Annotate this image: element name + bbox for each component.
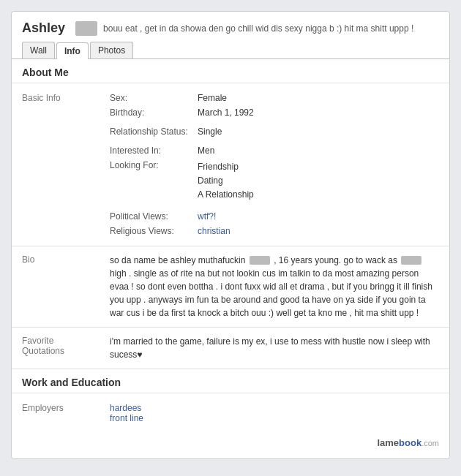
sex-label: Sex: xyxy=(110,93,198,103)
tab-info[interactable]: Info xyxy=(56,42,89,59)
bio-text-part3: high . single as of rite na but not look… xyxy=(110,268,432,318)
profile-tabs: Wall Info Photos xyxy=(12,42,449,59)
footer-lame: lame xyxy=(377,437,399,448)
political-views-label: Political Views: xyxy=(110,211,198,222)
quotes-section: FavoriteQuotations i'm married to the ga… xyxy=(12,328,449,369)
bio-redacted-1 xyxy=(250,256,270,265)
looking-for-values: Friendship Dating A Relationship xyxy=(198,160,439,203)
basic-info-label: Basic Info xyxy=(22,93,110,103)
political-views-value: wtf?! xyxy=(198,211,439,222)
employer-details: hardees front line xyxy=(110,403,439,423)
looking-for-label: Looking For: xyxy=(110,160,198,203)
relationship-status-value: Single xyxy=(198,126,439,137)
info-row-relationship-status: Relationship Status: Single xyxy=(22,124,439,139)
religious-views-value: christian xyxy=(198,226,439,236)
looking-for-value-1: Friendship xyxy=(198,160,439,174)
info-row-religious-views: Religious Views: christian xyxy=(22,224,439,238)
avatar xyxy=(75,21,97,36)
work-row-employers: Employers hardees front line xyxy=(22,401,439,426)
basic-info-section: Basic Info Sex: Female Birthday: March 1… xyxy=(12,83,449,246)
profile-header: Ashley bouu eat , get in da showa den go… xyxy=(12,12,449,42)
footer: lamebook.com xyxy=(12,433,449,451)
bio-text-part2: , 16 years young. go to wack as xyxy=(274,255,397,265)
info-row-birthday: Birthday: March 1, 1992 xyxy=(22,105,439,120)
tab-photos[interactable]: Photos xyxy=(90,42,133,58)
relationship-status-label: Relationship Status: xyxy=(110,126,198,137)
info-row-political-views: Political Views: wtf?! xyxy=(22,209,439,224)
religious-views-link[interactable]: christian xyxy=(198,226,230,236)
interested-in-label: Interested In: xyxy=(110,146,198,156)
quotes-text: i'm married to the game, failure is my e… xyxy=(110,335,439,361)
birthday-label: Birthday: xyxy=(110,107,198,118)
employers-label: Employers xyxy=(22,403,110,423)
profile-name: Ashley xyxy=(22,20,65,36)
work-section: Employers hardees front line xyxy=(12,393,449,433)
profile-card: Ashley bouu eat , get in da showa den go… xyxy=(11,11,450,459)
quotes-label: FavoriteQuotations xyxy=(22,335,110,361)
info-row-looking-for: Looking For: Friendship Dating A Relatio… xyxy=(22,158,439,205)
profile-status: bouu eat , get in da showa den go chill … xyxy=(103,23,439,34)
info-row-interested-in: Interested In: Men xyxy=(22,143,439,158)
footer-com: .com xyxy=(421,439,439,447)
bio-section: Bio so da name be ashley muthafuckin , 1… xyxy=(12,246,449,328)
looking-for-value-2: Dating xyxy=(198,174,439,188)
bio-redacted-2 xyxy=(401,256,421,265)
work-education-header: Work and Education xyxy=(12,369,449,393)
religious-views-label: Religious Views: xyxy=(110,226,198,236)
political-views-link[interactable]: wtf?! xyxy=(198,211,216,222)
about-me-header: About Me xyxy=(12,59,449,83)
employer-name-link[interactable]: hardees xyxy=(110,403,141,413)
birthday-value: March 1, 1992 xyxy=(198,107,439,118)
looking-for-value-3: A Relationship xyxy=(198,188,439,202)
bio-text-part1: so da name be ashley muthafuckin xyxy=(110,255,245,265)
bio-text: so da name be ashley muthafuckin , 16 ye… xyxy=(110,254,439,320)
interested-in-value: Men xyxy=(198,146,439,156)
info-row-sex: Basic Info Sex: Female xyxy=(22,91,439,105)
footer-book: book xyxy=(399,437,421,448)
tab-wall[interactable]: Wall xyxy=(22,42,55,58)
sex-value: Female xyxy=(198,93,439,103)
employer-position-link[interactable]: front line xyxy=(110,413,143,423)
bio-label: Bio xyxy=(22,254,110,320)
